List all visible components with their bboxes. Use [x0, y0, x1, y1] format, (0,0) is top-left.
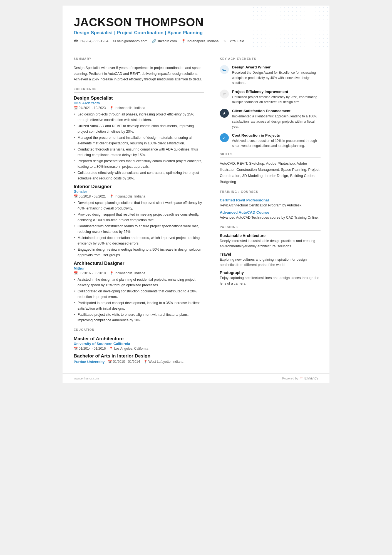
- job-meta-2: 📅 06/2018 - 03/2021 📍 Indianapolis, Indi…: [74, 194, 204, 198]
- skills-text: AutoCAD, REVIT, Sketchup, Adobe Photosho…: [220, 161, 321, 185]
- bullet-1-6: Collaborated effectively with consultant…: [74, 170, 204, 181]
- training-divider: [220, 195, 321, 195]
- edu-location-2: 📍 West Lafayette, Indiana: [143, 360, 183, 364]
- training-label: TRAINING / COURSES: [220, 190, 321, 193]
- experience-label: EXPERIENCE: [74, 87, 204, 91]
- achievement-icon-3: ★: [220, 109, 229, 118]
- passion-title-3: Photography: [220, 270, 321, 275]
- location-icon: 📍: [181, 39, 186, 43]
- left-column: SUMMARY Design Specialist with over 5 ye…: [63, 49, 212, 371]
- achievement-content-4: Cost Reduction in Projects Achieved a co…: [232, 133, 321, 149]
- training-desc-1: Revit Architectural Certification Progra…: [220, 203, 321, 208]
- heart-icon: ♡: [300, 376, 303, 380]
- education-label: EDUCATION: [74, 328, 204, 331]
- passion-desc-3: Enjoy capturing architectural lines and …: [220, 275, 321, 286]
- achievement-content-3: Client Satisfaction Enhancement Implemen…: [232, 109, 321, 129]
- job-company-3: Mithun: [74, 266, 204, 270]
- pin-edu-2: 📍: [143, 360, 148, 364]
- summary-label: SUMMARY: [74, 57, 204, 60]
- main-content: SUMMARY Design Specialist with over 5 ye…: [63, 49, 329, 371]
- achievement-icon-2: ☆: [220, 90, 229, 98]
- bullet-3-4: Facilitated project site visits to ensur…: [74, 312, 204, 323]
- achievement-desc-3: Implemented a client-centric approach, l…: [232, 114, 321, 129]
- edu-location-1: 📍 Los Angeles, California: [109, 347, 148, 351]
- bullet-2-2: Provided design support that resulted in…: [74, 212, 204, 223]
- passions-label: PASSIONS: [220, 225, 321, 229]
- contact-email: ✉ help@enhancv.com: [113, 39, 148, 43]
- header-section: JACKSON THOMPSON Design Specialist | Pro…: [63, 6, 329, 49]
- calendar-icon-3: 📅: [74, 271, 78, 275]
- job-location-1: 📍 Indianapolis, Indiana: [110, 106, 145, 110]
- training-desc-2: Advanced AutoCAD Techniques course by CA…: [220, 215, 321, 220]
- bullet-2-5: Engaged in design review meetings leadin…: [74, 247, 204, 258]
- summary-divider: [74, 62, 204, 62]
- edu-school-1: University of Southern California: [74, 342, 204, 346]
- achievement-content-1: Design Award Winner Received the Design …: [232, 65, 321, 86]
- calendar-edu-1: 📅: [74, 347, 78, 351]
- job-bullets-2: Developed space planning solutions that …: [74, 200, 204, 258]
- contact-linkedin: 🔗 linkedin.com: [152, 39, 177, 43]
- education-divider: [74, 333, 204, 333]
- edu-degree-1: Master of Architecture: [74, 336, 204, 342]
- pin-icon-3: 📍: [110, 271, 114, 275]
- edu-dates-2: 📅 01/2010 - 01/2014: [108, 360, 140, 364]
- achievement-title-2: Project Efficiency Improvement: [232, 90, 321, 94]
- job-dates-1: 📅 04/2021 - 10/2023: [74, 106, 106, 110]
- right-column: KEY ACHIEVEMENTS 🏷 Design Award Winner R…: [212, 49, 329, 371]
- passion-title-2: Travel: [220, 252, 321, 256]
- edu-meta-2: Purdue University 📅 01/2010 - 01/2014 📍 …: [74, 360, 204, 364]
- achievement-icon-1: 🏷: [220, 65, 229, 74]
- job-bullets-1: Led design projects through all phases, …: [74, 112, 204, 181]
- job-title-2: Interior Designer: [74, 184, 204, 189]
- experience-divider: [74, 92, 204, 93]
- job-meta-1: 📅 04/2021 - 10/2023 📍 Indianapolis, Indi…: [74, 106, 204, 110]
- bullet-3-3: Participated in project concept developm…: [74, 300, 204, 311]
- footer: www.enhancv.com Powered by ♡ Enhancv: [63, 373, 329, 383]
- edu-school-2: Purdue University: [74, 360, 105, 364]
- pin-edu-1: 📍: [109, 347, 113, 351]
- passion-desc-1: Deeply interested in sustainable design …: [220, 238, 321, 249]
- passion-title-1: Sustainable Architecture: [220, 233, 321, 238]
- contact-phone: ☎ +1-(234)-555-1234: [74, 39, 108, 43]
- job-title-1: Design Specialist: [74, 95, 204, 101]
- resume-page: JACKSON THOMPSON Design Specialist | Pro…: [63, 6, 329, 383]
- footer-brand: Powered by ♡ Enhancv: [282, 376, 318, 380]
- edu-degree-2: Bachelor of Arts in Interior Design: [74, 353, 204, 359]
- bullet-3-1: Assisted in the design and planning of r…: [74, 277, 204, 288]
- bullet-1-5: Prepared design presentations that succe…: [74, 158, 204, 169]
- skills-divider: [220, 157, 321, 158]
- contact-bar: ☎ +1-(234)-555-1234 ✉ help@enhancv.com 🔗…: [74, 39, 318, 43]
- achievements-label: KEY ACHIEVEMENTS: [220, 57, 321, 60]
- pin-icon-2: 📍: [110, 194, 114, 198]
- job-company-2: Gensler: [74, 189, 204, 194]
- achievement-title-4: Cost Reduction in Projects: [232, 133, 321, 137]
- achievement-item-2: ☆ Project Efficiency Improvement Optimiz…: [220, 90, 321, 105]
- job-title-3: Architectural Designer: [74, 261, 204, 266]
- job-dates-2: 📅 06/2018 - 03/2021: [74, 194, 106, 198]
- footer-website: www.enhancv.com: [74, 377, 99, 380]
- contact-extra: ☆ Extra Field: [223, 39, 244, 43]
- job-bullets-3: Assisted in the design and planning of r…: [74, 277, 204, 323]
- training-title-2: Advanced AutoCAD Course: [220, 210, 321, 214]
- contact-location: 📍 Indianapolis, Indiana: [181, 39, 219, 43]
- achievement-item-3: ★ Client Satisfaction Enhancement Implem…: [220, 109, 321, 129]
- achievements-divider: [220, 62, 321, 62]
- email-icon: ✉: [113, 39, 116, 43]
- bullet-1-4: Conducted thorough site visits, ensuring…: [74, 147, 204, 158]
- achievement-item-1: 🏷 Design Award Winner Received the Desig…: [220, 65, 321, 86]
- job-dates-3: 📅 05/2016 - 05/2018: [74, 271, 106, 275]
- calendar-icon-2: 📅: [74, 194, 78, 198]
- achievement-desc-4: Achieved a cost reduction of 10% in proc…: [232, 138, 321, 149]
- achievement-title-1: Design Award Winner: [232, 65, 321, 69]
- achievement-desc-2: Optimized project timeline efficiency by…: [232, 95, 321, 105]
- training-title-1: Certified Revit Professional: [220, 198, 321, 202]
- bullet-1-3: Managed the procurement and installation…: [74, 135, 204, 146]
- summary-text: Design Specialist with over 5 years of e…: [74, 65, 204, 82]
- footer-brand-name: Enhancv: [304, 376, 318, 380]
- calendar-edu-2: 📅: [108, 360, 112, 364]
- passions-divider: [220, 230, 321, 231]
- bullet-1-2: Utilized AutoCAD and REVIT to develop co…: [74, 123, 204, 134]
- edu-dates-1: 📅 01/2014 - 01/2016: [74, 347, 106, 351]
- star-icon: ☆: [223, 39, 227, 43]
- bullet-3-2: Collaborated on developing construction …: [74, 288, 204, 300]
